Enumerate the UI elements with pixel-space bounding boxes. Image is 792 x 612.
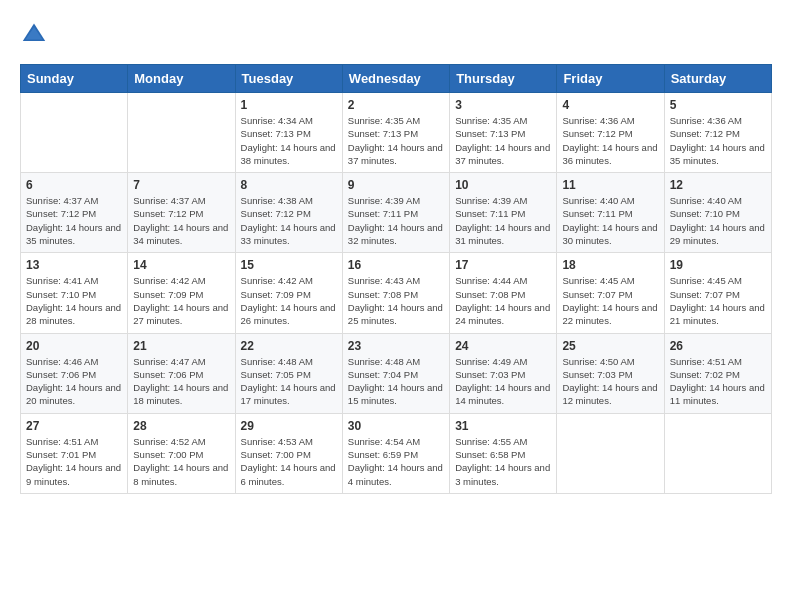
calendar-cell: 6Sunrise: 4:37 AM Sunset: 7:12 PM Daylig…: [21, 173, 128, 253]
col-header-tuesday: Tuesday: [235, 65, 342, 93]
day-info: Sunrise: 4:34 AM Sunset: 7:13 PM Dayligh…: [241, 114, 337, 167]
calendar-week-row: 1Sunrise: 4:34 AM Sunset: 7:13 PM Daylig…: [21, 93, 772, 173]
day-number: 28: [133, 419, 229, 433]
day-info: Sunrise: 4:51 AM Sunset: 7:01 PM Dayligh…: [26, 435, 122, 488]
day-number: 15: [241, 258, 337, 272]
day-number: 24: [455, 339, 551, 353]
calendar-cell: 31Sunrise: 4:55 AM Sunset: 6:58 PM Dayli…: [450, 413, 557, 493]
day-info: Sunrise: 4:40 AM Sunset: 7:10 PM Dayligh…: [670, 194, 766, 247]
day-info: Sunrise: 4:36 AM Sunset: 7:12 PM Dayligh…: [670, 114, 766, 167]
day-info: Sunrise: 4:39 AM Sunset: 7:11 PM Dayligh…: [348, 194, 444, 247]
day-info: Sunrise: 4:53 AM Sunset: 7:00 PM Dayligh…: [241, 435, 337, 488]
calendar-cell: 27Sunrise: 4:51 AM Sunset: 7:01 PM Dayli…: [21, 413, 128, 493]
calendar-cell: 1Sunrise: 4:34 AM Sunset: 7:13 PM Daylig…: [235, 93, 342, 173]
day-number: 31: [455, 419, 551, 433]
day-info: Sunrise: 4:42 AM Sunset: 7:09 PM Dayligh…: [241, 274, 337, 327]
calendar-table: SundayMondayTuesdayWednesdayThursdayFrid…: [20, 64, 772, 494]
day-number: 5: [670, 98, 766, 112]
calendar-cell: 7Sunrise: 4:37 AM Sunset: 7:12 PM Daylig…: [128, 173, 235, 253]
day-info: Sunrise: 4:41 AM Sunset: 7:10 PM Dayligh…: [26, 274, 122, 327]
day-number: 1: [241, 98, 337, 112]
calendar-cell: [557, 413, 664, 493]
day-number: 29: [241, 419, 337, 433]
day-info: Sunrise: 4:43 AM Sunset: 7:08 PM Dayligh…: [348, 274, 444, 327]
day-info: Sunrise: 4:42 AM Sunset: 7:09 PM Dayligh…: [133, 274, 229, 327]
calendar-header-row: SundayMondayTuesdayWednesdayThursdayFrid…: [21, 65, 772, 93]
col-header-wednesday: Wednesday: [342, 65, 449, 93]
day-info: Sunrise: 4:48 AM Sunset: 7:04 PM Dayligh…: [348, 355, 444, 408]
day-info: Sunrise: 4:37 AM Sunset: 7:12 PM Dayligh…: [133, 194, 229, 247]
calendar-cell: 5Sunrise: 4:36 AM Sunset: 7:12 PM Daylig…: [664, 93, 771, 173]
day-info: Sunrise: 4:37 AM Sunset: 7:12 PM Dayligh…: [26, 194, 122, 247]
logo: [20, 20, 52, 48]
day-number: 22: [241, 339, 337, 353]
day-info: Sunrise: 4:40 AM Sunset: 7:11 PM Dayligh…: [562, 194, 658, 247]
calendar-cell: 19Sunrise: 4:45 AM Sunset: 7:07 PM Dayli…: [664, 253, 771, 333]
calendar-week-row: 13Sunrise: 4:41 AM Sunset: 7:10 PM Dayli…: [21, 253, 772, 333]
day-number: 23: [348, 339, 444, 353]
calendar-cell: 20Sunrise: 4:46 AM Sunset: 7:06 PM Dayli…: [21, 333, 128, 413]
day-number: 12: [670, 178, 766, 192]
day-info: Sunrise: 4:46 AM Sunset: 7:06 PM Dayligh…: [26, 355, 122, 408]
day-info: Sunrise: 4:52 AM Sunset: 7:00 PM Dayligh…: [133, 435, 229, 488]
calendar-cell: 23Sunrise: 4:48 AM Sunset: 7:04 PM Dayli…: [342, 333, 449, 413]
day-number: 6: [26, 178, 122, 192]
day-info: Sunrise: 4:45 AM Sunset: 7:07 PM Dayligh…: [562, 274, 658, 327]
calendar-week-row: 27Sunrise: 4:51 AM Sunset: 7:01 PM Dayli…: [21, 413, 772, 493]
calendar-cell: 17Sunrise: 4:44 AM Sunset: 7:08 PM Dayli…: [450, 253, 557, 333]
calendar-cell: 18Sunrise: 4:45 AM Sunset: 7:07 PM Dayli…: [557, 253, 664, 333]
col-header-thursday: Thursday: [450, 65, 557, 93]
day-info: Sunrise: 4:35 AM Sunset: 7:13 PM Dayligh…: [455, 114, 551, 167]
calendar-cell: 8Sunrise: 4:38 AM Sunset: 7:12 PM Daylig…: [235, 173, 342, 253]
day-number: 26: [670, 339, 766, 353]
col-header-monday: Monday: [128, 65, 235, 93]
day-number: 13: [26, 258, 122, 272]
day-number: 4: [562, 98, 658, 112]
day-info: Sunrise: 4:36 AM Sunset: 7:12 PM Dayligh…: [562, 114, 658, 167]
day-number: 16: [348, 258, 444, 272]
page-header: [20, 20, 772, 48]
day-info: Sunrise: 4:45 AM Sunset: 7:07 PM Dayligh…: [670, 274, 766, 327]
col-header-sunday: Sunday: [21, 65, 128, 93]
calendar-cell: 14Sunrise: 4:42 AM Sunset: 7:09 PM Dayli…: [128, 253, 235, 333]
day-info: Sunrise: 4:35 AM Sunset: 7:13 PM Dayligh…: [348, 114, 444, 167]
day-info: Sunrise: 4:50 AM Sunset: 7:03 PM Dayligh…: [562, 355, 658, 408]
calendar-cell: 25Sunrise: 4:50 AM Sunset: 7:03 PM Dayli…: [557, 333, 664, 413]
day-info: Sunrise: 4:54 AM Sunset: 6:59 PM Dayligh…: [348, 435, 444, 488]
day-number: 7: [133, 178, 229, 192]
calendar-cell: [128, 93, 235, 173]
calendar-cell: 21Sunrise: 4:47 AM Sunset: 7:06 PM Dayli…: [128, 333, 235, 413]
calendar-cell: 15Sunrise: 4:42 AM Sunset: 7:09 PM Dayli…: [235, 253, 342, 333]
day-number: 11: [562, 178, 658, 192]
calendar-cell: [664, 413, 771, 493]
day-number: 30: [348, 419, 444, 433]
day-number: 20: [26, 339, 122, 353]
day-number: 18: [562, 258, 658, 272]
day-number: 19: [670, 258, 766, 272]
day-number: 9: [348, 178, 444, 192]
day-number: 25: [562, 339, 658, 353]
calendar-cell: 13Sunrise: 4:41 AM Sunset: 7:10 PM Dayli…: [21, 253, 128, 333]
calendar-cell: 3Sunrise: 4:35 AM Sunset: 7:13 PM Daylig…: [450, 93, 557, 173]
day-number: 21: [133, 339, 229, 353]
calendar-cell: 2Sunrise: 4:35 AM Sunset: 7:13 PM Daylig…: [342, 93, 449, 173]
calendar-cell: 28Sunrise: 4:52 AM Sunset: 7:00 PM Dayli…: [128, 413, 235, 493]
logo-icon: [20, 20, 48, 48]
calendar-cell: 4Sunrise: 4:36 AM Sunset: 7:12 PM Daylig…: [557, 93, 664, 173]
day-info: Sunrise: 4:44 AM Sunset: 7:08 PM Dayligh…: [455, 274, 551, 327]
day-info: Sunrise: 4:55 AM Sunset: 6:58 PM Dayligh…: [455, 435, 551, 488]
calendar-cell: 22Sunrise: 4:48 AM Sunset: 7:05 PM Dayli…: [235, 333, 342, 413]
day-info: Sunrise: 4:38 AM Sunset: 7:12 PM Dayligh…: [241, 194, 337, 247]
calendar-cell: 9Sunrise: 4:39 AM Sunset: 7:11 PM Daylig…: [342, 173, 449, 253]
day-info: Sunrise: 4:39 AM Sunset: 7:11 PM Dayligh…: [455, 194, 551, 247]
col-header-friday: Friday: [557, 65, 664, 93]
calendar-cell: 29Sunrise: 4:53 AM Sunset: 7:00 PM Dayli…: [235, 413, 342, 493]
calendar-cell: 24Sunrise: 4:49 AM Sunset: 7:03 PM Dayli…: [450, 333, 557, 413]
calendar-cell: 16Sunrise: 4:43 AM Sunset: 7:08 PM Dayli…: [342, 253, 449, 333]
day-info: Sunrise: 4:48 AM Sunset: 7:05 PM Dayligh…: [241, 355, 337, 408]
col-header-saturday: Saturday: [664, 65, 771, 93]
calendar-week-row: 6Sunrise: 4:37 AM Sunset: 7:12 PM Daylig…: [21, 173, 772, 253]
calendar-cell: 26Sunrise: 4:51 AM Sunset: 7:02 PM Dayli…: [664, 333, 771, 413]
day-number: 10: [455, 178, 551, 192]
calendar-cell: 10Sunrise: 4:39 AM Sunset: 7:11 PM Dayli…: [450, 173, 557, 253]
